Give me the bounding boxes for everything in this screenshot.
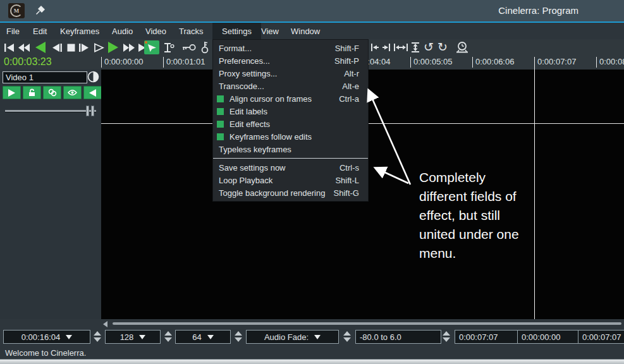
- dropdown-arrow-icon: [207, 335, 214, 339]
- menubar: File Edit Keyframes Audio Video Tracks S…: [0, 23, 624, 39]
- ruler-label: 0:00:06:06: [472, 57, 514, 68]
- pin-icon[interactable]: [35, 5, 46, 19]
- keyframe-key-icon[interactable]: [181, 40, 197, 54]
- menu-item-proxy-settings[interactable]: Proxy settings...Alt-r: [213, 67, 368, 80]
- timeline-scrollbar[interactable]: [0, 319, 624, 328]
- menu-window[interactable]: Window: [287, 23, 324, 39]
- menu-item-preferences[interactable]: Preferences...Shift-P: [213, 54, 368, 67]
- checkbox-icon: [217, 133, 224, 140]
- track-fader[interactable]: [5, 106, 96, 116]
- selection-start-field[interactable]: 0:00:07:07: [455, 330, 518, 344]
- duration-zoom-spinner[interactable]: [92, 330, 102, 343]
- fit-selection-icon[interactable]: [370, 40, 391, 54]
- play-button[interactable]: [105, 40, 121, 54]
- audio-fade-combo[interactable]: Audio Fade:: [246, 330, 339, 344]
- stop-button[interactable]: [64, 40, 78, 54]
- menu-item-toggle-background-rendering[interactable]: Toggle background renderingShift-G: [213, 186, 368, 199]
- fit-height-icon[interactable]: [409, 40, 422, 54]
- menu-item-typeless-keyframes[interactable]: Typeless keyframes: [213, 143, 368, 155]
- app-logo-letter: M: [10, 4, 23, 17]
- menu-keyframes[interactable]: Keyframes: [56, 23, 103, 39]
- ruler-label: 0:00:01:01: [163, 57, 205, 68]
- go-start-button[interactable]: [3, 40, 16, 54]
- render-speed-icon[interactable]: [453, 40, 472, 54]
- ruler-label: 0:00:08:08: [596, 57, 624, 68]
- checkbox-icon: [217, 108, 224, 115]
- fade-range-field[interactable]: -80.0 to 6.0: [355, 330, 441, 344]
- menu-view[interactable]: View: [257, 23, 283, 39]
- scroll-left-icon[interactable]: [103, 321, 107, 327]
- selection-length-field[interactable]: 0:00:00:00: [517, 330, 579, 344]
- redo-icon[interactable]: ↻: [437, 40, 448, 54]
- play-track-button[interactable]: [3, 86, 21, 99]
- window-bottom-edge: [0, 359, 624, 364]
- menu-item-transcode[interactable]: Transcode...Alt-e: [213, 80, 368, 92]
- arrow-mode-button[interactable]: [144, 40, 159, 54]
- menu-item-edit-effects[interactable]: Edit effects: [213, 118, 368, 130]
- menu-item-save-settings[interactable]: Save settings nowCtrl-s: [213, 161, 368, 174]
- app-logo-icon: M: [8, 3, 25, 18]
- annotation-text: Completely different fields of effect, b…: [419, 168, 519, 263]
- menu-item-format[interactable]: Format...Shift-F: [213, 42, 368, 54]
- menu-edit[interactable]: Edit: [29, 23, 51, 39]
- sample-zoom-spinner[interactable]: [163, 330, 173, 343]
- fader-track: [5, 110, 96, 112]
- menu-separator: [213, 158, 368, 159]
- dropdown-arrow-icon: [139, 335, 145, 339]
- span-keyframe-icon[interactable]: [198, 40, 212, 54]
- window-title: Cinelerra: Program: [498, 5, 578, 16]
- menu-item-edit-labels[interactable]: Edit labels: [213, 105, 368, 118]
- cursor-timecode: 0:00:03:23: [4, 56, 52, 68]
- menu-item-keyframes-follow-edits[interactable]: Keyframes follow edits: [213, 130, 368, 143]
- expander-icon[interactable]: [87, 71, 99, 85]
- amplitude-zoom-combo[interactable]: 64: [175, 330, 231, 344]
- play-outline-button[interactable]: [92, 40, 106, 54]
- amplitude-zoom-spinner[interactable]: [233, 330, 243, 343]
- track-name-input[interactable]: [3, 71, 87, 83]
- playhead-line: [534, 57, 535, 319]
- track-toggle-row: [3, 86, 102, 99]
- gang-fader-button[interactable]: [43, 86, 61, 99]
- fade-range-spinner[interactable]: [441, 330, 451, 343]
- sample-zoom-combo[interactable]: 128: [105, 330, 161, 344]
- fader-handle[interactable]: [86, 106, 95, 116]
- status-message: Welcome to Cinelerra.: [5, 348, 86, 358]
- menu-item-align-cursor[interactable]: Align cursor on framesCtrl-a: [213, 92, 368, 105]
- menu-video[interactable]: Video: [142, 23, 170, 39]
- dropdown-arrow-icon: [66, 335, 72, 339]
- reverse-play-button[interactable]: [32, 40, 49, 54]
- menu-item-loop-playback[interactable]: Loop PlaybackShift-L: [213, 174, 368, 186]
- lock-track-button[interactable]: [23, 86, 41, 99]
- fit-width-icon[interactable]: [393, 40, 409, 54]
- ibeam-mode-button[interactable]: [162, 40, 176, 54]
- cinelerra-program-window: M Cinelerra: Program File Edit Keyframes…: [0, 0, 624, 364]
- menu-audio[interactable]: Audio: [108, 23, 137, 39]
- fast-reverse-button[interactable]: [17, 40, 31, 54]
- ruler-label: 0:00:07:07: [534, 57, 576, 68]
- menu-settings[interactable]: Settings: [212, 23, 261, 39]
- mute-track-button[interactable]: [83, 86, 102, 99]
- audio-fade-spinner[interactable]: [342, 330, 352, 343]
- ruler-label: 0:00:00:00: [101, 57, 143, 68]
- undo-icon[interactable]: ↺: [424, 40, 434, 54]
- mode-indicator-dot: [145, 41, 147, 44]
- arrow-mode-icon: [146, 42, 157, 52]
- titlebar: M Cinelerra: Program: [0, 0, 624, 23]
- zoombar: 0:00:16:04 128 64 Audio Fade: -80.0 to 6…: [0, 328, 624, 346]
- frame-reverse-button[interactable]: [50, 40, 64, 54]
- statusbar: Welcome to Cinelerra.: [0, 346, 624, 359]
- settings-menu-popup: Format...Shift-F Preferences...Shift-P P…: [212, 39, 369, 202]
- selection-end-field[interactable]: 0:00:07:07: [578, 330, 624, 344]
- dropdown-arrow-icon: [314, 335, 321, 339]
- ruler-label: 0:00:05:05: [410, 57, 452, 68]
- duration-zoom-combo[interactable]: 0:00:16:04: [3, 330, 90, 344]
- checkbox-icon: [217, 95, 224, 102]
- frame-forward-button[interactable]: [77, 40, 91, 54]
- scrollbar-thumb[interactable]: [113, 322, 621, 325]
- track-patchbay: [0, 70, 101, 319]
- draw-media-button[interactable]: [63, 86, 82, 99]
- menu-tracks[interactable]: Tracks: [175, 23, 207, 39]
- fast-forward-button[interactable]: [122, 40, 136, 54]
- menu-file[interactable]: File: [3, 23, 23, 39]
- checkbox-icon: [217, 121, 224, 128]
